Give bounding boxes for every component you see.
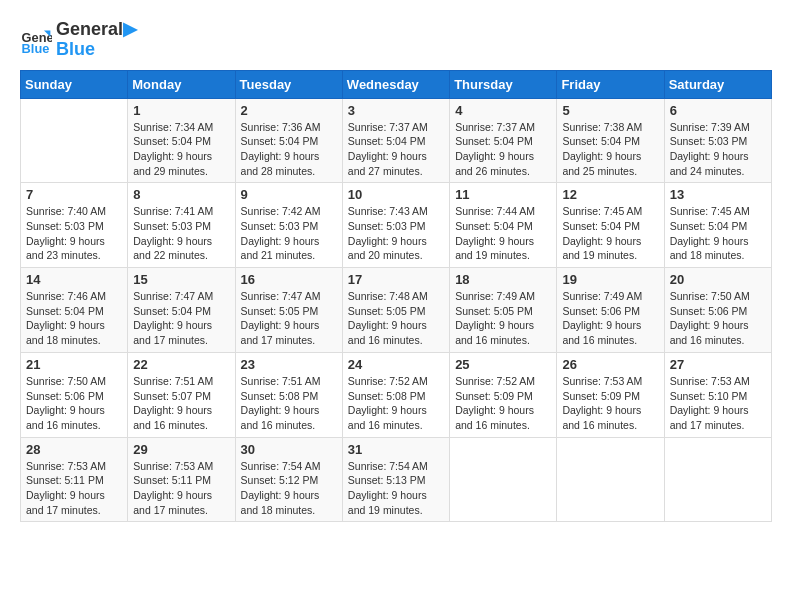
day-header-monday: Monday bbox=[128, 70, 235, 98]
day-info: Sunrise: 7:51 AMSunset: 5:08 PMDaylight:… bbox=[241, 374, 337, 433]
calendar-cell: 7Sunrise: 7:40 AMSunset: 5:03 PMDaylight… bbox=[21, 183, 128, 268]
day-info: Sunrise: 7:50 AMSunset: 5:06 PMDaylight:… bbox=[26, 374, 122, 433]
calendar-cell: 6Sunrise: 7:39 AMSunset: 5:03 PMDaylight… bbox=[664, 98, 771, 183]
day-number: 11 bbox=[455, 187, 551, 202]
day-number: 29 bbox=[133, 442, 229, 457]
day-info: Sunrise: 7:50 AMSunset: 5:06 PMDaylight:… bbox=[670, 289, 766, 348]
day-number: 25 bbox=[455, 357, 551, 372]
day-info: Sunrise: 7:49 AMSunset: 5:05 PMDaylight:… bbox=[455, 289, 551, 348]
day-number: 7 bbox=[26, 187, 122, 202]
day-number: 10 bbox=[348, 187, 444, 202]
day-number: 27 bbox=[670, 357, 766, 372]
calendar-cell bbox=[21, 98, 128, 183]
day-info: Sunrise: 7:34 AMSunset: 5:04 PMDaylight:… bbox=[133, 120, 229, 179]
logo: General Blue General▶ Blue bbox=[20, 20, 137, 60]
calendar-cell: 29Sunrise: 7:53 AMSunset: 5:11 PMDayligh… bbox=[128, 437, 235, 522]
calendar-cell: 13Sunrise: 7:45 AMSunset: 5:04 PMDayligh… bbox=[664, 183, 771, 268]
day-info: Sunrise: 7:40 AMSunset: 5:03 PMDaylight:… bbox=[26, 204, 122, 263]
day-info: Sunrise: 7:53 AMSunset: 5:10 PMDaylight:… bbox=[670, 374, 766, 433]
logo-text: General▶ Blue bbox=[56, 20, 137, 60]
calendar-week-2: 7Sunrise: 7:40 AMSunset: 5:03 PMDaylight… bbox=[21, 183, 772, 268]
day-number: 15 bbox=[133, 272, 229, 287]
day-number: 13 bbox=[670, 187, 766, 202]
day-info: Sunrise: 7:54 AMSunset: 5:13 PMDaylight:… bbox=[348, 459, 444, 518]
day-info: Sunrise: 7:38 AMSunset: 5:04 PMDaylight:… bbox=[562, 120, 658, 179]
calendar-cell: 24Sunrise: 7:52 AMSunset: 5:08 PMDayligh… bbox=[342, 352, 449, 437]
day-info: Sunrise: 7:49 AMSunset: 5:06 PMDaylight:… bbox=[562, 289, 658, 348]
day-number: 23 bbox=[241, 357, 337, 372]
calendar-cell: 28Sunrise: 7:53 AMSunset: 5:11 PMDayligh… bbox=[21, 437, 128, 522]
day-info: Sunrise: 7:42 AMSunset: 5:03 PMDaylight:… bbox=[241, 204, 337, 263]
day-number: 22 bbox=[133, 357, 229, 372]
calendar-cell: 25Sunrise: 7:52 AMSunset: 5:09 PMDayligh… bbox=[450, 352, 557, 437]
calendar-week-1: 1Sunrise: 7:34 AMSunset: 5:04 PMDaylight… bbox=[21, 98, 772, 183]
day-header-wednesday: Wednesday bbox=[342, 70, 449, 98]
day-info: Sunrise: 7:39 AMSunset: 5:03 PMDaylight:… bbox=[670, 120, 766, 179]
calendar-cell bbox=[557, 437, 664, 522]
day-info: Sunrise: 7:41 AMSunset: 5:03 PMDaylight:… bbox=[133, 204, 229, 263]
day-header-thursday: Thursday bbox=[450, 70, 557, 98]
day-info: Sunrise: 7:48 AMSunset: 5:05 PMDaylight:… bbox=[348, 289, 444, 348]
day-info: Sunrise: 7:45 AMSunset: 5:04 PMDaylight:… bbox=[670, 204, 766, 263]
calendar-cell: 30Sunrise: 7:54 AMSunset: 5:12 PMDayligh… bbox=[235, 437, 342, 522]
calendar-cell: 1Sunrise: 7:34 AMSunset: 5:04 PMDaylight… bbox=[128, 98, 235, 183]
calendar-cell bbox=[450, 437, 557, 522]
day-info: Sunrise: 7:53 AMSunset: 5:11 PMDaylight:… bbox=[133, 459, 229, 518]
day-number: 31 bbox=[348, 442, 444, 457]
day-number: 19 bbox=[562, 272, 658, 287]
day-info: Sunrise: 7:52 AMSunset: 5:08 PMDaylight:… bbox=[348, 374, 444, 433]
day-info: Sunrise: 7:45 AMSunset: 5:04 PMDaylight:… bbox=[562, 204, 658, 263]
calendar-cell: 4Sunrise: 7:37 AMSunset: 5:04 PMDaylight… bbox=[450, 98, 557, 183]
day-number: 21 bbox=[26, 357, 122, 372]
calendar-cell: 23Sunrise: 7:51 AMSunset: 5:08 PMDayligh… bbox=[235, 352, 342, 437]
day-number: 26 bbox=[562, 357, 658, 372]
day-info: Sunrise: 7:46 AMSunset: 5:04 PMDaylight:… bbox=[26, 289, 122, 348]
day-number: 5 bbox=[562, 103, 658, 118]
day-header-friday: Friday bbox=[557, 70, 664, 98]
day-number: 30 bbox=[241, 442, 337, 457]
day-info: Sunrise: 7:53 AMSunset: 5:11 PMDaylight:… bbox=[26, 459, 122, 518]
day-number: 2 bbox=[241, 103, 337, 118]
calendar-week-4: 21Sunrise: 7:50 AMSunset: 5:06 PMDayligh… bbox=[21, 352, 772, 437]
day-info: Sunrise: 7:37 AMSunset: 5:04 PMDaylight:… bbox=[348, 120, 444, 179]
day-info: Sunrise: 7:51 AMSunset: 5:07 PMDaylight:… bbox=[133, 374, 229, 433]
calendar-cell: 3Sunrise: 7:37 AMSunset: 5:04 PMDaylight… bbox=[342, 98, 449, 183]
calendar-cell: 8Sunrise: 7:41 AMSunset: 5:03 PMDaylight… bbox=[128, 183, 235, 268]
page-header: General Blue General▶ Blue bbox=[20, 20, 772, 60]
day-number: 14 bbox=[26, 272, 122, 287]
day-number: 24 bbox=[348, 357, 444, 372]
calendar-cell: 16Sunrise: 7:47 AMSunset: 5:05 PMDayligh… bbox=[235, 268, 342, 353]
day-info: Sunrise: 7:53 AMSunset: 5:09 PMDaylight:… bbox=[562, 374, 658, 433]
day-number: 12 bbox=[562, 187, 658, 202]
calendar-cell: 27Sunrise: 7:53 AMSunset: 5:10 PMDayligh… bbox=[664, 352, 771, 437]
calendar-cell: 2Sunrise: 7:36 AMSunset: 5:04 PMDaylight… bbox=[235, 98, 342, 183]
logo-icon: General Blue bbox=[20, 24, 52, 56]
calendar-cell: 10Sunrise: 7:43 AMSunset: 5:03 PMDayligh… bbox=[342, 183, 449, 268]
calendar-cell: 21Sunrise: 7:50 AMSunset: 5:06 PMDayligh… bbox=[21, 352, 128, 437]
calendar-cell: 11Sunrise: 7:44 AMSunset: 5:04 PMDayligh… bbox=[450, 183, 557, 268]
calendar-cell: 26Sunrise: 7:53 AMSunset: 5:09 PMDayligh… bbox=[557, 352, 664, 437]
day-header-tuesday: Tuesday bbox=[235, 70, 342, 98]
day-info: Sunrise: 7:37 AMSunset: 5:04 PMDaylight:… bbox=[455, 120, 551, 179]
day-number: 20 bbox=[670, 272, 766, 287]
calendar-cell: 12Sunrise: 7:45 AMSunset: 5:04 PMDayligh… bbox=[557, 183, 664, 268]
day-number: 8 bbox=[133, 187, 229, 202]
calendar-table: SundayMondayTuesdayWednesdayThursdayFrid… bbox=[20, 70, 772, 523]
calendar-week-5: 28Sunrise: 7:53 AMSunset: 5:11 PMDayligh… bbox=[21, 437, 772, 522]
day-number: 17 bbox=[348, 272, 444, 287]
day-info: Sunrise: 7:47 AMSunset: 5:05 PMDaylight:… bbox=[241, 289, 337, 348]
calendar-header-row: SundayMondayTuesdayWednesdayThursdayFrid… bbox=[21, 70, 772, 98]
calendar-cell: 14Sunrise: 7:46 AMSunset: 5:04 PMDayligh… bbox=[21, 268, 128, 353]
day-info: Sunrise: 7:36 AMSunset: 5:04 PMDaylight:… bbox=[241, 120, 337, 179]
day-info: Sunrise: 7:44 AMSunset: 5:04 PMDaylight:… bbox=[455, 204, 551, 263]
calendar-cell: 31Sunrise: 7:54 AMSunset: 5:13 PMDayligh… bbox=[342, 437, 449, 522]
day-number: 18 bbox=[455, 272, 551, 287]
day-number: 28 bbox=[26, 442, 122, 457]
calendar-cell: 18Sunrise: 7:49 AMSunset: 5:05 PMDayligh… bbox=[450, 268, 557, 353]
day-info: Sunrise: 7:52 AMSunset: 5:09 PMDaylight:… bbox=[455, 374, 551, 433]
day-info: Sunrise: 7:47 AMSunset: 5:04 PMDaylight:… bbox=[133, 289, 229, 348]
day-number: 1 bbox=[133, 103, 229, 118]
calendar-cell: 9Sunrise: 7:42 AMSunset: 5:03 PMDaylight… bbox=[235, 183, 342, 268]
calendar-week-3: 14Sunrise: 7:46 AMSunset: 5:04 PMDayligh… bbox=[21, 268, 772, 353]
calendar-cell: 19Sunrise: 7:49 AMSunset: 5:06 PMDayligh… bbox=[557, 268, 664, 353]
